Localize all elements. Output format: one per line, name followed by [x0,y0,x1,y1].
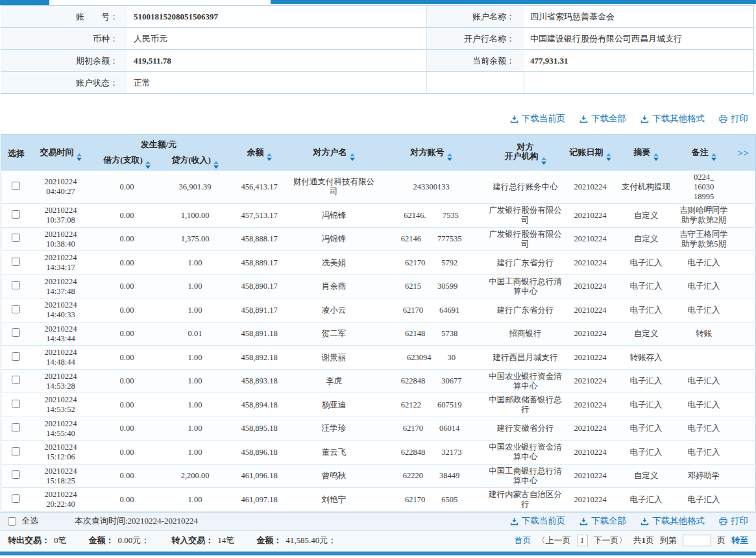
col-header-balance[interactable]: 余额 [227,135,292,171]
sort-icon[interactable] [711,153,716,161]
row-checkbox[interactable] [12,258,20,266]
transactions-table: 选择 交易时间 发生额/元 余额 对方户名 对方账号 对方 开户机构 记账日期 … [1,134,756,512]
col-header-counterparty[interactable]: 对方户名 [292,135,376,171]
debit-cell: 0.00 [91,171,164,204]
row-checkbox[interactable] [12,376,20,384]
pagination: 首页 〈上一页 1 下一页〉 共1页 到第 页 转至 [515,535,749,546]
download-all-link[interactable]: 下载全部 [579,515,626,527]
sort-icon[interactable] [77,153,82,161]
row-checkbox[interactable] [12,182,20,190]
row-checkbox[interactable] [12,305,20,313]
counterparty-name-cell: 曾鸣秋 [292,464,376,488]
row-more-cell [732,274,756,298]
outgoing-count-value: 0笔 [54,535,67,546]
debit-cell: 0.00 [91,346,164,370]
transaction-time-cell: 2021022404:40:27 [31,171,91,204]
row-select-cell [1,346,31,370]
goto-page-input[interactable] [683,535,711,546]
goto-page-unit: 页 [717,535,726,546]
col-header-credit[interactable]: 贷方(收入) [164,152,227,171]
row-checkbox[interactable] [12,352,20,361]
col-header-debit[interactable]: 借方(支取) [91,152,164,171]
row-select-cell [1,227,31,251]
counterparty-bank-cell: 建行广东省分行 [487,251,565,275]
post-date-cell: 20210224 [565,298,616,322]
row-more-cell [732,369,756,393]
credit-cell: 1.00 [164,369,227,393]
transaction-time-cell: 2021022420:22:40 [31,488,91,512]
row-checkbox[interactable] [12,234,20,242]
print-icon [719,115,727,123]
sort-icon[interactable] [653,153,659,161]
row-select-cell [1,171,31,204]
col-header-remark[interactable]: 备注 [676,135,732,171]
transaction-time-cell: 2021022410:38:40 [31,227,91,251]
counterparty-account-cell: 62146 777535 [376,227,487,251]
next-page-button[interactable]: 下一页〉 [594,535,628,546]
download-current-page-link[interactable]: 下载当前页 [510,113,566,125]
download-all-link[interactable]: 下载全部 [579,113,626,125]
row-checkbox[interactable] [12,423,20,431]
transaction-row: 2021022414:53:52 0.00 1.00 458,894.18 杨亚… [1,393,756,417]
download-other-format-link[interactable]: 下载其他格式 [640,515,705,527]
row-checkbox[interactable] [12,210,20,219]
select-all-checkbox[interactable] [8,517,16,526]
credit-cell: 1.00 [164,488,227,512]
row-checkbox[interactable] [12,400,20,408]
print-link[interactable]: 打印 [719,515,748,527]
row-checkbox[interactable] [12,328,20,337]
sort-icon[interactable] [541,157,546,165]
print-link[interactable]: 打印 [719,113,748,125]
sort-icon[interactable] [213,161,219,169]
first-page-link[interactable]: 首页 [515,535,531,546]
counterparty-name-cell: 冯锦锋 [292,227,376,251]
prev-page-button[interactable]: 〈上一页 [537,535,571,546]
transaction-time-cell: 2021022414:34:17 [31,251,91,275]
row-checkbox[interactable] [12,281,20,289]
empty-cell [426,72,524,94]
post-date-cell: 20210224 [565,346,616,370]
download-current-page-link[interactable]: 下载当前页 [510,515,566,527]
download-other-format-link[interactable]: 下载其他格式 [640,113,705,125]
credit-cell: 1.00 [164,417,227,441]
balance-cell: 458,894.18 [227,393,292,417]
account-no-label: 账 号： [1,6,127,28]
row-checkbox[interactable] [12,494,20,503]
incoming-amount-label: 金额： [256,535,282,546]
row-more-cell [732,251,756,275]
row-checkbox[interactable] [12,470,20,479]
remark-cell [676,346,732,370]
counterparty-bank-cell: 中国工商银行总行清算中心 [487,274,565,298]
goto-page-label: 到第 [660,535,677,546]
post-date-cell: 20210224 [565,251,616,275]
col-header-post-date[interactable]: 记账日期 [565,135,616,171]
debit-cell: 0.00 [91,488,164,512]
counterparty-name-cell: 肖余燕 [292,274,376,298]
sort-icon[interactable] [606,153,611,161]
sort-icon[interactable] [350,153,355,161]
transaction-row: 2021022414:48:44 0.00 1.00 458,892.18 谢景… [1,346,756,370]
row-more-cell [732,322,756,346]
col-header-summary[interactable]: 摘要 [616,135,676,171]
transaction-stats: 转出交易： 0笔 金额： 0.00元； 转入交易： 14笔 金额： 41,585… [8,535,336,546]
debit-cell: 0.00 [91,322,164,346]
counterparty-name-cell: 李虎 [292,369,376,393]
remark-cell: 0224_ 16030 18995 [676,171,732,204]
sort-icon[interactable] [145,161,151,169]
bottom-border-strip [0,552,756,555]
sort-icon[interactable] [267,153,272,161]
current-balance-label: 当前余额： [426,50,524,72]
transaction-row: 2021022415:18:25 0.00 2,200.00 461,096.1… [1,464,756,488]
remark-cell: 电子汇入 [676,274,732,298]
col-header-time[interactable]: 交易时间 [31,135,91,171]
more-columns-button[interactable]: >> [732,135,756,171]
goto-page-button[interactable]: 转至 [731,535,748,546]
sort-icon[interactable] [447,153,452,161]
row-checkbox[interactable] [12,447,20,455]
incoming-count-value: 14笔 [217,535,234,546]
counterparty-account-cell: 62170 5792 [376,251,487,275]
summary-cell: 支付机构提现 [616,171,676,204]
balance-cell: 458,891.17 [227,298,292,322]
col-header-counterparty-bank[interactable]: 对方 开户机构 [487,135,565,171]
col-header-account[interactable]: 对方账号 [376,135,487,171]
